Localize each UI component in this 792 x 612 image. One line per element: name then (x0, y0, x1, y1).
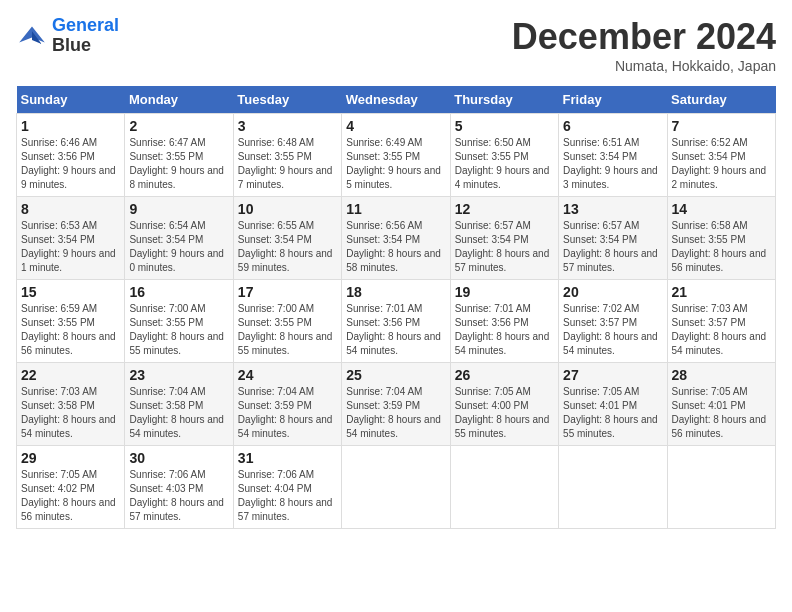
day-info: Sunrise: 7:06 AM Sunset: 4:04 PM Dayligh… (238, 468, 337, 524)
day-info: Sunrise: 7:00 AM Sunset: 3:55 PM Dayligh… (129, 302, 228, 358)
weekday-header-tuesday: Tuesday (233, 86, 341, 114)
day-info: Sunrise: 6:57 AM Sunset: 3:54 PM Dayligh… (455, 219, 554, 275)
weekday-header-sunday: Sunday (17, 86, 125, 114)
calendar-cell: 29 Sunrise: 7:05 AM Sunset: 4:02 PM Dayl… (17, 446, 125, 529)
day-info: Sunrise: 6:46 AM Sunset: 3:56 PM Dayligh… (21, 136, 120, 192)
day-info: Sunrise: 7:05 AM Sunset: 4:02 PM Dayligh… (21, 468, 120, 524)
day-number: 18 (346, 284, 445, 300)
day-info: Sunrise: 7:05 AM Sunset: 4:01 PM Dayligh… (672, 385, 771, 441)
day-info: Sunrise: 6:51 AM Sunset: 3:54 PM Dayligh… (563, 136, 662, 192)
day-number: 17 (238, 284, 337, 300)
calendar-week-3: 15 Sunrise: 6:59 AM Sunset: 3:55 PM Dayl… (17, 280, 776, 363)
day-number: 15 (21, 284, 120, 300)
day-number: 20 (563, 284, 662, 300)
day-info: Sunrise: 6:55 AM Sunset: 3:54 PM Dayligh… (238, 219, 337, 275)
calendar-cell: 7 Sunrise: 6:52 AM Sunset: 3:54 PM Dayli… (667, 114, 775, 197)
calendar-cell: 3 Sunrise: 6:48 AM Sunset: 3:55 PM Dayli… (233, 114, 341, 197)
day-info: Sunrise: 7:00 AM Sunset: 3:55 PM Dayligh… (238, 302, 337, 358)
calendar-cell: 30 Sunrise: 7:06 AM Sunset: 4:03 PM Dayl… (125, 446, 233, 529)
calendar-cell: 6 Sunrise: 6:51 AM Sunset: 3:54 PM Dayli… (559, 114, 667, 197)
calendar-cell: 8 Sunrise: 6:53 AM Sunset: 3:54 PM Dayli… (17, 197, 125, 280)
calendar-table: SundayMondayTuesdayWednesdayThursdayFrid… (16, 86, 776, 529)
day-info: Sunrise: 6:50 AM Sunset: 3:55 PM Dayligh… (455, 136, 554, 192)
calendar-cell: 17 Sunrise: 7:00 AM Sunset: 3:55 PM Dayl… (233, 280, 341, 363)
day-number: 2 (129, 118, 228, 134)
weekday-header-friday: Friday (559, 86, 667, 114)
day-number: 11 (346, 201, 445, 217)
day-number: 9 (129, 201, 228, 217)
day-number: 29 (21, 450, 120, 466)
weekday-header-row: SundayMondayTuesdayWednesdayThursdayFrid… (17, 86, 776, 114)
calendar-cell: 23 Sunrise: 7:04 AM Sunset: 3:58 PM Dayl… (125, 363, 233, 446)
day-info: Sunrise: 6:57 AM Sunset: 3:54 PM Dayligh… (563, 219, 662, 275)
calendar-cell: 20 Sunrise: 7:02 AM Sunset: 3:57 PM Dayl… (559, 280, 667, 363)
logo-text: GeneralBlue (52, 16, 119, 56)
day-info: Sunrise: 7:04 AM Sunset: 3:59 PM Dayligh… (346, 385, 445, 441)
day-number: 31 (238, 450, 337, 466)
day-info: Sunrise: 7:01 AM Sunset: 3:56 PM Dayligh… (455, 302, 554, 358)
calendar-cell: 18 Sunrise: 7:01 AM Sunset: 3:56 PM Dayl… (342, 280, 450, 363)
day-number: 3 (238, 118, 337, 134)
day-number: 14 (672, 201, 771, 217)
calendar-cell: 24 Sunrise: 7:04 AM Sunset: 3:59 PM Dayl… (233, 363, 341, 446)
day-number: 28 (672, 367, 771, 383)
day-number: 10 (238, 201, 337, 217)
day-info: Sunrise: 7:01 AM Sunset: 3:56 PM Dayligh… (346, 302, 445, 358)
day-info: Sunrise: 6:56 AM Sunset: 3:54 PM Dayligh… (346, 219, 445, 275)
calendar-cell: 16 Sunrise: 7:00 AM Sunset: 3:55 PM Dayl… (125, 280, 233, 363)
calendar-week-4: 22 Sunrise: 7:03 AM Sunset: 3:58 PM Dayl… (17, 363, 776, 446)
calendar-cell: 27 Sunrise: 7:05 AM Sunset: 4:01 PM Dayl… (559, 363, 667, 446)
calendar-cell: 2 Sunrise: 6:47 AM Sunset: 3:55 PM Dayli… (125, 114, 233, 197)
title-block: December 2024 Numata, Hokkaido, Japan (512, 16, 776, 74)
day-number: 25 (346, 367, 445, 383)
day-number: 30 (129, 450, 228, 466)
calendar-cell: 4 Sunrise: 6:49 AM Sunset: 3:55 PM Dayli… (342, 114, 450, 197)
day-number: 24 (238, 367, 337, 383)
calendar-cell (667, 446, 775, 529)
day-info: Sunrise: 7:02 AM Sunset: 3:57 PM Dayligh… (563, 302, 662, 358)
day-info: Sunrise: 6:53 AM Sunset: 3:54 PM Dayligh… (21, 219, 120, 275)
calendar-cell: 12 Sunrise: 6:57 AM Sunset: 3:54 PM Dayl… (450, 197, 558, 280)
logo: GeneralBlue (16, 16, 119, 56)
calendar-cell: 21 Sunrise: 7:03 AM Sunset: 3:57 PM Dayl… (667, 280, 775, 363)
calendar-cell (342, 446, 450, 529)
day-info: Sunrise: 7:03 AM Sunset: 3:58 PM Dayligh… (21, 385, 120, 441)
day-number: 8 (21, 201, 120, 217)
day-number: 16 (129, 284, 228, 300)
day-info: Sunrise: 6:49 AM Sunset: 3:55 PM Dayligh… (346, 136, 445, 192)
calendar-cell: 14 Sunrise: 6:58 AM Sunset: 3:55 PM Dayl… (667, 197, 775, 280)
day-info: Sunrise: 6:52 AM Sunset: 3:54 PM Dayligh… (672, 136, 771, 192)
calendar-cell (450, 446, 558, 529)
calendar-cell: 25 Sunrise: 7:04 AM Sunset: 3:59 PM Dayl… (342, 363, 450, 446)
calendar-cell: 9 Sunrise: 6:54 AM Sunset: 3:54 PM Dayli… (125, 197, 233, 280)
day-info: Sunrise: 6:47 AM Sunset: 3:55 PM Dayligh… (129, 136, 228, 192)
day-number: 22 (21, 367, 120, 383)
day-number: 19 (455, 284, 554, 300)
day-info: Sunrise: 6:48 AM Sunset: 3:55 PM Dayligh… (238, 136, 337, 192)
calendar-cell: 26 Sunrise: 7:05 AM Sunset: 4:00 PM Dayl… (450, 363, 558, 446)
calendar-cell: 31 Sunrise: 7:06 AM Sunset: 4:04 PM Dayl… (233, 446, 341, 529)
weekday-header-thursday: Thursday (450, 86, 558, 114)
day-info: Sunrise: 7:05 AM Sunset: 4:00 PM Dayligh… (455, 385, 554, 441)
day-number: 23 (129, 367, 228, 383)
weekday-header-saturday: Saturday (667, 86, 775, 114)
day-number: 7 (672, 118, 771, 134)
day-info: Sunrise: 6:54 AM Sunset: 3:54 PM Dayligh… (129, 219, 228, 275)
day-number: 1 (21, 118, 120, 134)
calendar-cell: 22 Sunrise: 7:03 AM Sunset: 3:58 PM Dayl… (17, 363, 125, 446)
calendar-cell: 15 Sunrise: 6:59 AM Sunset: 3:55 PM Dayl… (17, 280, 125, 363)
day-info: Sunrise: 7:03 AM Sunset: 3:57 PM Dayligh… (672, 302, 771, 358)
day-info: Sunrise: 7:04 AM Sunset: 3:58 PM Dayligh… (129, 385, 228, 441)
logo-bird-icon (16, 20, 48, 52)
day-info: Sunrise: 7:05 AM Sunset: 4:01 PM Dayligh… (563, 385, 662, 441)
day-info: Sunrise: 7:04 AM Sunset: 3:59 PM Dayligh… (238, 385, 337, 441)
day-info: Sunrise: 6:59 AM Sunset: 3:55 PM Dayligh… (21, 302, 120, 358)
day-number: 27 (563, 367, 662, 383)
day-number: 6 (563, 118, 662, 134)
weekday-header-monday: Monday (125, 86, 233, 114)
day-info: Sunrise: 6:58 AM Sunset: 3:55 PM Dayligh… (672, 219, 771, 275)
calendar-cell: 13 Sunrise: 6:57 AM Sunset: 3:54 PM Dayl… (559, 197, 667, 280)
calendar-cell (559, 446, 667, 529)
calendar-cell: 5 Sunrise: 6:50 AM Sunset: 3:55 PM Dayli… (450, 114, 558, 197)
calendar-cell: 10 Sunrise: 6:55 AM Sunset: 3:54 PM Dayl… (233, 197, 341, 280)
